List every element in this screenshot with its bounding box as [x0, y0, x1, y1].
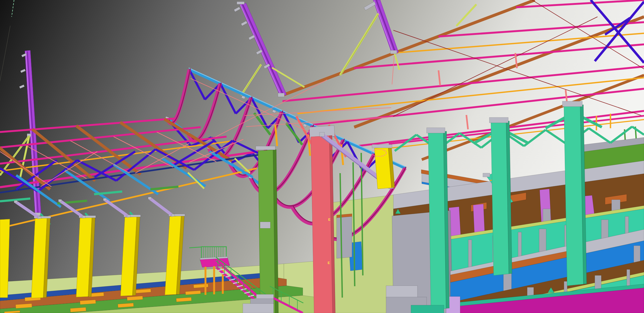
3d-model-viewport[interactable]: EE — [0, 0, 644, 313]
yellow-columns-part — [82, 216, 85, 218]
teal-column — [564, 105, 583, 286]
column-cap — [427, 128, 445, 133]
step — [250, 299, 274, 304]
green-column — [258, 150, 275, 313]
column-cap — [562, 101, 582, 107]
concrete-building-part — [483, 173, 490, 177]
yellow-columns-part — [148, 197, 151, 199]
step — [386, 286, 417, 298]
column-cap — [372, 144, 392, 148]
node — [390, 50, 397, 54]
wall — [337, 216, 352, 258]
teal-column — [491, 121, 509, 275]
column-cap — [256, 146, 275, 150]
column-tag: E — [328, 218, 330, 222]
step — [256, 294, 274, 299]
platform-deck — [200, 258, 230, 267]
node — [278, 93, 284, 97]
center-columns-part — [320, 132, 324, 137]
yellow-columns-part — [171, 214, 175, 216]
yellow-columns-part — [58, 199, 62, 202]
yellow-columns-part — [14, 200, 17, 203]
yellow-columns-part — [38, 216, 41, 219]
column-cap — [489, 117, 508, 123]
kerb — [411, 305, 444, 313]
yellow-columns-part — [103, 198, 107, 201]
model-scene[interactable]: EE — [0, 0, 644, 313]
cap — [237, 2, 244, 4]
teal-column — [428, 131, 446, 310]
yellow-columns-part — [127, 215, 130, 217]
splice-plate — [260, 222, 270, 228]
step — [243, 304, 274, 313]
column-tag: E — [328, 261, 330, 265]
